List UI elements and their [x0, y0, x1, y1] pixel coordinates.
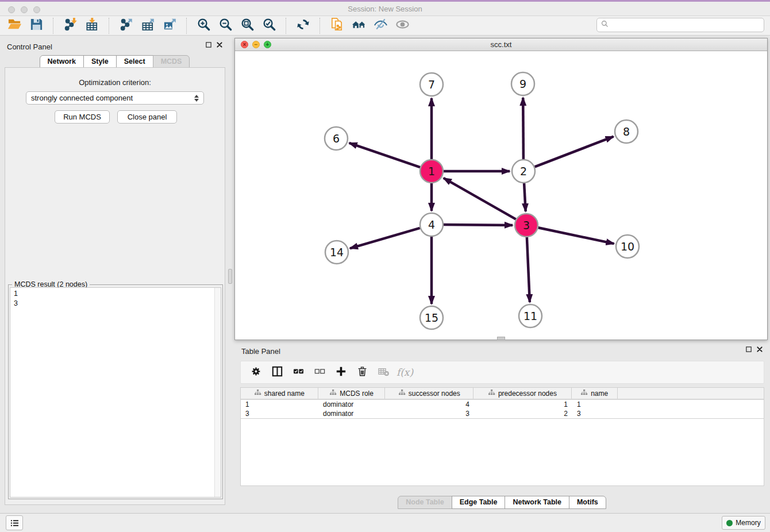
column-header-predecessor-nodes[interactable]: predecessor nodes — [473, 388, 572, 399]
import-network-icon — [63, 17, 78, 34]
control-panel-float-icon[interactable] — [205, 41, 212, 50]
export-image-icon — [163, 17, 177, 34]
zoom-fit-button[interactable] — [236, 17, 258, 34]
table-panel-header: Table Panel — [241, 345, 765, 357]
graph-edge-2-3[interactable] — [524, 183, 526, 211]
import-network-button[interactable] — [59, 17, 81, 34]
save-button[interactable] — [25, 17, 47, 34]
graph-edge-2-9[interactable] — [523, 98, 523, 159]
tab-edge-table[interactable]: Edge Table — [452, 496, 506, 509]
column-header-shared-name[interactable]: shared name — [241, 388, 318, 399]
open-folder-button[interactable] — [3, 17, 25, 34]
tab-select[interactable]: Select — [116, 55, 153, 68]
graph-edge-2-8[interactable] — [535, 137, 614, 167]
table-cell[interactable]: 1 — [572, 400, 618, 409]
hierarchy-icon — [398, 389, 406, 398]
table-cell[interactable]: 3 — [572, 409, 618, 418]
memory-button[interactable]: Memory — [722, 516, 765, 530]
table-row[interactable]: 3dominator323 — [241, 409, 764, 418]
tab-mcds[interactable]: MCDS — [153, 55, 190, 68]
eye-slash-button[interactable] — [369, 17, 391, 34]
control-panel-tabs: NetworkStyleSelectMCDS — [0, 55, 230, 68]
app-title-bar: Session: New Session — [0, 0, 770, 16]
graph-edge-4-14[interactable] — [350, 228, 420, 248]
table-cell[interactable]: 1 — [474, 400, 572, 409]
export-image-button[interactable] — [159, 17, 180, 34]
graph-edge-3-1[interactable] — [444, 178, 516, 219]
table-cell[interactable]: 2 — [474, 409, 572, 418]
gear-button[interactable] — [245, 364, 267, 381]
mcds-result-textarea[interactable]: 13 — [10, 287, 221, 498]
control-panel-close-icon[interactable] — [216, 41, 223, 50]
table-cell[interactable]: dominator — [318, 409, 386, 418]
toolbar-separator — [186, 18, 187, 34]
mcds-result-line: 1 — [14, 289, 217, 299]
table-panel-close-icon[interactable] — [756, 346, 763, 354]
graph-node-label-14: 14 — [330, 246, 344, 259]
column-label: predecessor nodes — [498, 390, 557, 398]
graph-node-label-1: 1 — [428, 165, 435, 178]
tab-network-table[interactable]: Network Table — [505, 496, 569, 509]
uncheck-all-icon — [314, 365, 326, 380]
eye-button[interactable] — [391, 17, 413, 34]
toolbar-separator — [53, 18, 53, 34]
search-input[interactable] — [611, 21, 760, 29]
graph-edge-3-11[interactable] — [527, 237, 530, 302]
delete-table-icon — [378, 365, 390, 380]
mcds-result-groupbox: MCDS result (2 nodes) 13 — [8, 284, 223, 499]
uncheck-all-button[interactable] — [309, 364, 330, 381]
export-table-button[interactable] — [137, 17, 159, 34]
houses-button[interactable] — [348, 17, 369, 34]
columns-button[interactable] — [267, 364, 288, 381]
table-cell[interactable]: dominator — [318, 400, 386, 409]
graph-node-label-4: 4 — [428, 218, 435, 231]
import-table-icon — [85, 17, 99, 34]
table-cell[interactable]: 4 — [386, 400, 474, 409]
column-header-MCDS-role[interactable]: MCDS role — [318, 388, 386, 399]
import-table-button[interactable] — [81, 17, 103, 34]
tab-style[interactable]: Style — [83, 55, 117, 68]
table-panel-float-icon[interactable] — [745, 346, 752, 354]
graph-edge-3-10[interactable] — [538, 228, 614, 244]
add-button[interactable] — [330, 364, 352, 381]
table-cell[interactable]: 3 — [241, 409, 318, 418]
table-row[interactable]: 1dominator411 — [241, 400, 764, 409]
zoom-out-icon — [218, 17, 233, 34]
zoom-out-button[interactable] — [214, 17, 236, 34]
zoom-in-icon — [197, 17, 211, 34]
trash-button[interactable] — [352, 364, 373, 381]
close-panel-button[interactable]: Close panel — [117, 110, 177, 124]
main-toolbar — [0, 16, 770, 36]
tab-node-table[interactable]: Node Table — [398, 496, 452, 509]
graph-node-label-2: 2 — [520, 165, 527, 178]
column-label: name — [591, 390, 608, 398]
column-header-successor-nodes[interactable]: successor nodes — [385, 388, 473, 399]
search-box[interactable] — [596, 18, 764, 32]
network-window-titlebar[interactable]: × − + scc.txt — [235, 38, 767, 51]
refresh-button[interactable] — [292, 17, 314, 34]
run-mcds-button[interactable]: Run MCDS — [55, 110, 110, 124]
table-cell[interactable]: 3 — [386, 409, 474, 418]
graph-node-label-3: 3 — [523, 219, 530, 232]
optimization-criterion-dropdown[interactable]: strongly connected component — [26, 91, 204, 105]
mcds-result-line: 3 — [14, 299, 217, 309]
check-all-button[interactable] — [288, 364, 309, 381]
table-cell[interactable]: 1 — [241, 400, 318, 409]
task-history-button[interactable] — [6, 515, 23, 530]
graph-edge-1-6[interactable] — [349, 143, 420, 167]
column-header-name[interactable]: name — [572, 388, 618, 399]
zoom-in-button[interactable] — [192, 17, 214, 34]
zoom-selected-button[interactable] — [258, 17, 280, 34]
tab-motifs[interactable]: Motifs — [569, 496, 606, 509]
tab-network[interactable]: Network — [40, 55, 84, 68]
network-graph-canvas[interactable]: 7968124314101511 — [235, 51, 767, 340]
network-splitter-grip[interactable] — [497, 337, 505, 340]
export-network-button[interactable] — [115, 17, 137, 34]
zoom-fit-icon — [240, 17, 255, 34]
result-scrollbar[interactable] — [214, 288, 221, 497]
graph-node-label-6: 6 — [333, 132, 340, 145]
graph-edge-4-3[interactable] — [444, 225, 513, 225]
duplicate-network-button[interactable] — [326, 17, 348, 34]
panel-splitter-grip[interactable] — [228, 269, 232, 284]
memory-status-icon — [726, 520, 733, 526]
